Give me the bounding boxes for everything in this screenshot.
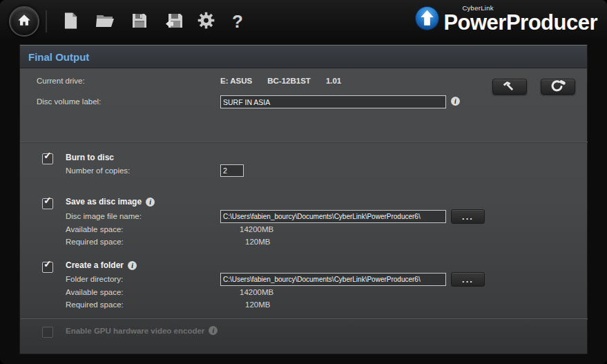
settings-gear-icon [197,11,215,32]
required-space-label: Required space: [66,238,124,246]
save-disc-image-checkbox[interactable]: ✓ [42,198,53,209]
erase-disc-button[interactable] [541,79,575,95]
gpu-info-icon: i [209,326,218,335]
burner-tools-button[interactable] [492,79,527,95]
save-as-floppy-arrow-icon [164,12,182,31]
app-window: ? CyberLink PowerProducer Final Output [0,0,607,364]
checkmark-icon: ✓ [44,195,52,206]
copies-label: Number of copies: [66,166,130,175]
final-output-panel: Final Output Current drive: E: ASUS BC-1… [19,44,588,354]
required-space-value: 120MB [245,238,270,246]
folder-directory-label: Folder directory: [66,275,123,283]
disc-volume-input[interactable] [220,95,446,108]
current-drive-value: E: ASUS BC-12B1ST 1.01 [220,77,341,85]
checkmark-icon: ✓ [44,258,52,269]
save-project-button[interactable] [126,9,153,34]
app-logo: CyberLink PowerProducer [414,5,597,34]
section-divider [21,142,588,143]
available-space-value: 14200MB [240,288,273,296]
create-folder-title: Create a folder [66,260,124,270]
folder-info-icon[interactable]: i [128,261,137,270]
available-space-label: Available space: [66,225,124,233]
volume-info-icon[interactable]: i [451,97,460,106]
home-icon [17,12,32,30]
home-button[interactable] [9,6,39,37]
disc-image-browse-button[interactable]: ... [451,209,485,224]
page-title: Final Output [28,51,89,63]
erase-disc-icon [549,80,567,94]
brand-powerproducer: PowerProducer [443,12,597,34]
current-drive-label: Current drive: [37,77,85,85]
toolbar: ? CyberLink PowerProducer [0,0,607,43]
help-icon: ? [232,12,243,30]
required-space-label: Required space: [66,300,124,309]
burn-to-disc-checkbox[interactable]: ✓ [42,153,53,164]
required-space-value: 120MB [245,300,270,309]
new-project-button[interactable] [57,9,84,34]
powerproducer-arrow-icon [414,6,440,34]
gpu-encoder-checkbox [42,327,53,338]
gpu-encoder-label: Enable GPU hardware video encoder [66,327,204,335]
create-folder-title-row: Create a folder i [66,260,137,270]
gpu-encoder-row: Enable GPU hardware video encoder i [66,326,218,335]
checkmark-icon: ✓ [44,150,52,161]
settings-button[interactable] [192,9,220,34]
save-disc-image-title-row: Save as disc image i [66,197,155,207]
create-folder-checkbox[interactable]: ✓ [42,262,53,273]
panel-header: Final Output [20,45,587,68]
toolbar-separator [46,10,47,32]
open-folder-icon [95,12,115,31]
open-project-button[interactable] [91,9,119,34]
available-space-label: Available space: [66,288,124,296]
burn-to-disc-title: Burn to disc [66,153,114,162]
copies-input[interactable] [220,164,244,177]
section-divider [21,318,588,320]
save-project-as-button[interactable] [159,9,186,34]
folder-browse-button[interactable]: ... [451,272,485,287]
new-file-icon [64,12,78,32]
drive-firmware: 1.01 [326,77,341,85]
disc-image-path-input[interactable] [220,210,446,223]
help-button[interactable]: ? [224,9,251,34]
save-floppy-icon [131,12,148,31]
hammer-icon [501,80,518,93]
disc-image-info-icon[interactable]: i [146,198,155,207]
disc-image-filename-label: Disc image file name: [66,212,142,220]
folder-directory-input[interactable] [220,273,446,286]
disc-volume-label: Disc volume label: [37,97,101,106]
drive-model: BC-12B1ST [267,77,311,85]
available-space-value: 14200MB [240,225,273,233]
save-disc-image-title: Save as disc image [66,197,142,207]
drive-letter: E: ASUS [220,77,252,85]
